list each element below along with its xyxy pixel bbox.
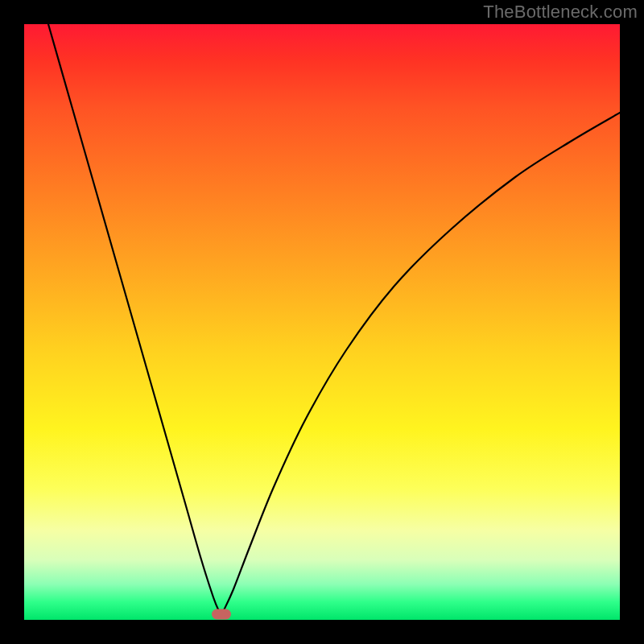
optimal-point-marker — [212, 609, 231, 620]
watermark-text: TheBottleneck.com — [483, 2, 638, 23]
chart-frame: TheBottleneck.com — [0, 0, 644, 644]
plot-area — [24, 24, 620, 620]
bottleneck-curve — [48, 24, 620, 614]
curve-svg — [24, 24, 620, 620]
